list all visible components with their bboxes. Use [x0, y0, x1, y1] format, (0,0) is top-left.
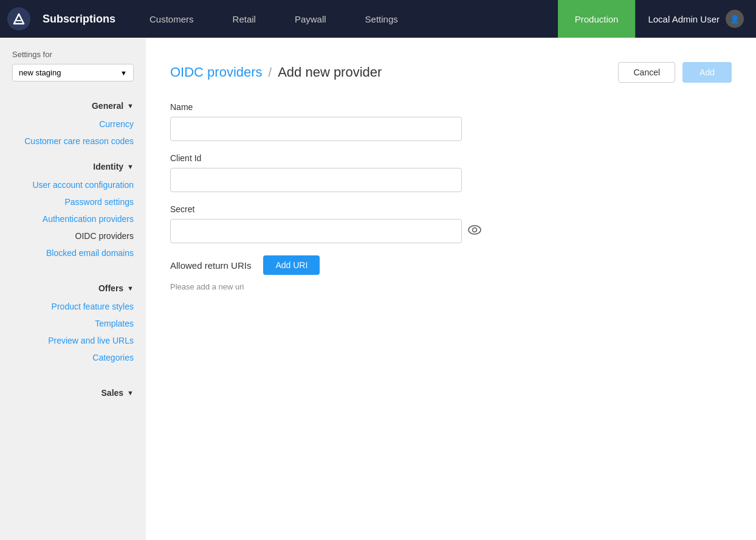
allowed-uris-section: Allowed return URIs Add URI Please add a…: [170, 255, 732, 291]
settings-for-label: Settings for: [0, 50, 146, 64]
client-id-input[interactable]: [170, 168, 462, 192]
sidebar: Settings for new staging ▼ General ▼ Cur…: [0, 38, 146, 540]
chevron-down-icon: ▼: [127, 285, 134, 292]
secret-input[interactable]: [170, 219, 462, 243]
sidebar-item-templates[interactable]: Templates: [0, 315, 146, 332]
toggle-password-icon[interactable]: [468, 225, 481, 238]
sidebar-item-preview-urls[interactable]: Preview and live URLs: [0, 332, 146, 349]
chevron-down-icon: ▼: [120, 69, 127, 77]
user-avatar: 👤: [726, 10, 744, 28]
secret-label: Secret: [170, 204, 732, 214]
app-title: Subscriptions: [38, 13, 130, 26]
nav-paywall[interactable]: Paywall: [275, 0, 346, 38]
sidebar-item-user-account[interactable]: User account configuration: [0, 176, 146, 193]
nav-customers[interactable]: Customers: [130, 0, 213, 38]
allowed-uris-header: Allowed return URIs Add URI: [170, 255, 732, 275]
user-menu[interactable]: Local Admin User 👤: [635, 0, 756, 38]
sidebar-section-offers: Offers ▼ Product feature styles Template…: [0, 276, 146, 366]
add-button[interactable]: Add: [682, 62, 732, 83]
sidebar-item-customer-care[interactable]: Customer care reason codes: [0, 133, 146, 150]
svg-point-2: [473, 227, 477, 232]
sidebar-section-general-title[interactable]: General ▼: [0, 94, 146, 116]
page-header: OIDC providers / Add new provider Cancel…: [170, 62, 732, 83]
sidebar-section-general-label: General: [92, 101, 123, 111]
sidebar-section-identity-title[interactable]: Identity ▼: [0, 154, 146, 176]
breadcrumb-separator: /: [269, 66, 272, 80]
sidebar-item-blocked-email[interactable]: Blocked email domains: [0, 244, 146, 261]
form-name-group: Name: [170, 102, 732, 141]
sidebar-item-product-feature[interactable]: Product feature styles: [0, 298, 146, 315]
header-actions: Cancel Add: [618, 62, 732, 83]
logo-icon: [7, 7, 30, 30]
sidebar-section-offers-title[interactable]: Offers ▼: [0, 276, 146, 298]
main-content: OIDC providers / Add new provider Cancel…: [146, 38, 756, 540]
sidebar-section-offers-label: Offers: [98, 283, 123, 293]
sidebar-item-auth-providers[interactable]: Authentication providers: [0, 210, 146, 227]
main-layout: Settings for new staging ▼ General ▼ Cur…: [0, 38, 756, 540]
sidebar-item-oidc-providers[interactable]: OIDC providers: [0, 227, 146, 244]
breadcrumb-link[interactable]: OIDC providers: [170, 64, 263, 80]
nav-right: Production Local Admin User 👤: [558, 0, 756, 38]
cancel-button[interactable]: Cancel: [618, 62, 675, 83]
chevron-down-icon: ▼: [127, 102, 134, 109]
sidebar-item-categories[interactable]: Categories: [0, 349, 146, 366]
name-input[interactable]: [170, 117, 462, 141]
nav-links: Customers Retail Paywall Settings: [130, 0, 558, 38]
nav-retail[interactable]: Retail: [213, 0, 275, 38]
svg-point-1: [469, 226, 481, 234]
sidebar-item-currency[interactable]: Currency: [0, 116, 146, 133]
settings-select-value: new staging: [19, 68, 61, 77]
name-label: Name: [170, 102, 732, 112]
sidebar-section-sales: Sales ▼: [0, 381, 146, 403]
chevron-down-icon: ▼: [127, 163, 134, 170]
client-id-label: Client Id: [170, 153, 732, 163]
sidebar-section-general: General ▼ Currency Customer care reason …: [0, 94, 146, 150]
env-selector[interactable]: Production: [558, 0, 636, 38]
nav-settings[interactable]: Settings: [346, 0, 418, 38]
sidebar-section-identity: Identity ▼ User account configuration Pa…: [0, 154, 146, 261]
sidebar-item-password[interactable]: Password settings: [0, 193, 146, 210]
add-uri-button[interactable]: Add URI: [263, 255, 320, 275]
logo[interactable]: [0, 0, 38, 38]
breadcrumb-current: Add new provider: [278, 64, 382, 80]
sidebar-section-identity-label: Identity: [93, 162, 123, 171]
chevron-down-icon: ▼: [127, 389, 134, 396]
sidebar-section-sales-label: Sales: [101, 388, 124, 398]
sidebar-section-sales-title[interactable]: Sales ▼: [0, 381, 146, 403]
form-secret-group: Secret: [170, 204, 732, 243]
settings-select[interactable]: new staging ▼: [12, 64, 134, 81]
no-uri-text: Please add a new uri: [170, 282, 732, 291]
top-nav: Subscriptions Customers Retail Paywall S…: [0, 0, 756, 38]
user-label: Local Admin User: [648, 14, 720, 24]
form-client-id-group: Client Id: [170, 153, 732, 192]
secret-row: [170, 219, 732, 243]
allowed-uris-label: Allowed return URIs: [170, 260, 251, 271]
breadcrumb: OIDC providers / Add new provider: [170, 64, 382, 80]
